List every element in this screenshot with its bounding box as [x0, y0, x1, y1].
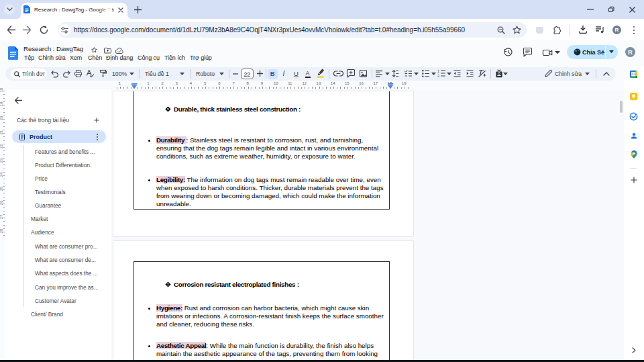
- svg-text:2: 2: [437, 74, 439, 78]
- svg-text:1: 1: [437, 69, 439, 73]
- svg-text:31: 31: [631, 72, 635, 76]
